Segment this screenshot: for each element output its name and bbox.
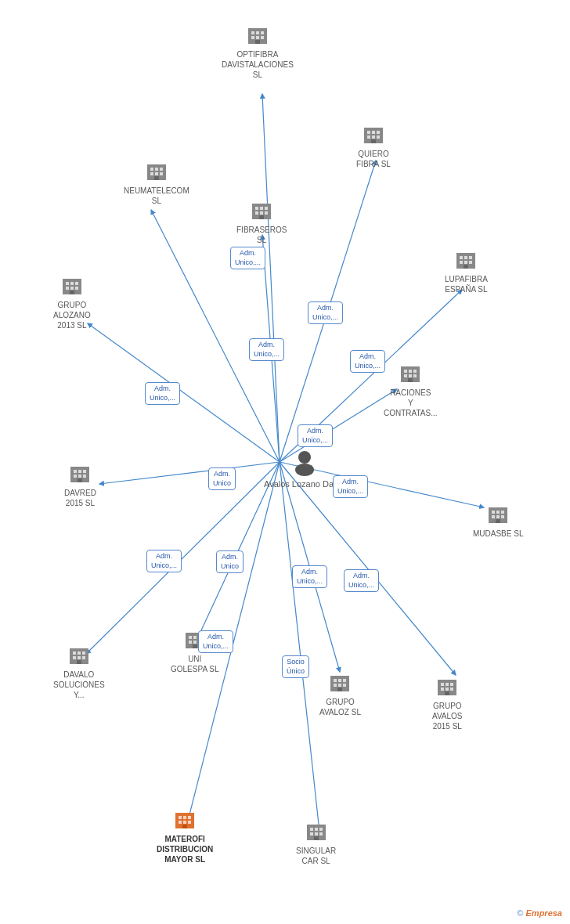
svg-rect-50	[469, 256, 472, 259]
svg-rect-99	[189, 641, 192, 644]
svg-rect-73	[78, 470, 81, 473]
node-grupo-alozano: GRUPO ALOZANO 2013 SL	[53, 273, 91, 330]
svg-rect-41	[260, 207, 263, 210]
svg-rect-106	[343, 679, 346, 682]
node-optifibra: OPTIFIBRA DAVISTALACIONES SL	[222, 22, 294, 80]
svg-rect-26	[377, 131, 380, 134]
svg-rect-35	[150, 172, 153, 175]
svg-rect-18	[261, 31, 264, 34]
svg-rect-132	[315, 832, 318, 836]
svg-rect-42	[265, 207, 268, 210]
svg-rect-85	[501, 515, 504, 518]
svg-rect-33	[155, 168, 158, 171]
svg-rect-122	[188, 816, 191, 819]
svg-rect-29	[377, 135, 380, 139]
svg-rect-61	[75, 287, 78, 290]
svg-line-1	[280, 161, 376, 462]
center-label: Avalos Lozano David	[264, 478, 345, 489]
svg-rect-76	[78, 475, 81, 478]
label-uni-golespa: UNI GOLESPA SL	[171, 654, 219, 674]
label-raciones: RACIONES Y CONTRATAS...	[384, 388, 438, 418]
svg-rect-43	[255, 211, 258, 215]
node-grupo-avaloz: GRUPO AVALOZ SL	[319, 670, 361, 717]
svg-rect-44	[260, 211, 263, 215]
svg-rect-115	[441, 688, 444, 691]
svg-rect-105	[338, 679, 341, 682]
svg-rect-37	[160, 172, 163, 175]
svg-line-0	[262, 94, 280, 462]
node-mudasbe: MUDASBE SL	[473, 501, 523, 539]
label-lupafibra: LUPAFIBRA ESPAÑA SL	[445, 274, 488, 294]
role-badge-11: Adm.Unico,...	[292, 565, 327, 588]
label-quiero-fibra: QUIERO FIBRA SL	[356, 149, 391, 169]
svg-rect-92	[78, 656, 81, 659]
node-fibraseros: FIBRASEROS SL	[236, 197, 287, 245]
svg-rect-134	[314, 836, 319, 840]
node-uni-golespa: UNI GOLESPA SL	[171, 626, 219, 674]
svg-rect-84	[496, 515, 500, 518]
svg-rect-46	[259, 215, 264, 219]
svg-rect-38	[154, 176, 159, 180]
svg-rect-129	[315, 828, 318, 831]
svg-rect-20	[256, 36, 259, 39]
node-quiero-fibra: QUIERO FIBRA SL	[356, 121, 391, 169]
svg-rect-123	[179, 821, 182, 824]
svg-rect-116	[446, 688, 449, 691]
svg-rect-81	[496, 511, 500, 514]
label-davalo: DAVALO SOLUCIONES Y...	[53, 670, 105, 700]
svg-rect-27	[367, 135, 370, 139]
svg-rect-65	[409, 370, 412, 373]
svg-rect-133	[319, 832, 323, 836]
svg-rect-49	[464, 256, 467, 259]
node-davalo: DAVALO SOLUCIONES Y...	[53, 642, 105, 700]
svg-rect-64	[404, 370, 407, 373]
svg-rect-89	[78, 651, 81, 655]
role-badge-1: Adm.Unico,...	[230, 247, 265, 269]
svg-rect-104	[334, 679, 337, 682]
center-person: Avalos Lozano David	[264, 448, 345, 489]
svg-rect-130	[319, 828, 323, 831]
svg-rect-25	[372, 131, 375, 134]
svg-rect-17	[256, 31, 259, 34]
svg-rect-57	[70, 282, 74, 285]
svg-rect-80	[492, 511, 495, 514]
svg-rect-78	[78, 478, 82, 482]
node-grupo-avalos: GRUPO AVALOS 2015 SL	[432, 673, 463, 731]
node-lupafibra: LUPAFIBRA ESPAÑA SL	[445, 247, 488, 294]
svg-rect-109	[343, 684, 346, 687]
svg-rect-68	[409, 374, 412, 377]
svg-rect-74	[83, 470, 86, 473]
label-neumatelecom: NEUMATELECOM SL	[124, 186, 189, 206]
svg-rect-94	[77, 660, 81, 664]
svg-rect-70	[408, 378, 413, 382]
svg-rect-66	[413, 370, 417, 373]
svg-rect-75	[74, 475, 77, 478]
svg-rect-52	[464, 261, 467, 264]
role-badge-10: Adm.Unico	[216, 550, 244, 573]
role-badge-9: Adm.Unico,...	[146, 550, 182, 572]
svg-rect-88	[73, 651, 76, 655]
svg-line-7	[99, 462, 280, 484]
svg-rect-34	[160, 168, 163, 171]
label-grupo-avaloz: GRUPO AVALOZ SL	[319, 697, 361, 717]
label-singular-car: SINGULAR CAR SL	[296, 846, 336, 866]
label-grupo-avalos: GRUPO AVALOS 2015 SL	[432, 701, 463, 731]
role-badge-12: Adm.Unico,...	[344, 569, 379, 592]
svg-rect-59	[66, 287, 69, 290]
role-badge-3: Adm.Unico,...	[249, 338, 284, 361]
node-materofi: MATEROFI DISTRIBUCION MAYOR SL	[157, 807, 213, 864]
svg-rect-107	[334, 684, 337, 687]
svg-rect-128	[310, 828, 313, 831]
watermark: © Empresa	[517, 908, 562, 918]
svg-rect-117	[450, 688, 453, 691]
svg-rect-108	[338, 684, 341, 687]
role-badge-4: Adm.Unico,...	[350, 350, 385, 373]
label-davred: DAVRED 2015 SL	[64, 488, 96, 508]
svg-rect-60	[70, 287, 74, 290]
svg-rect-28	[372, 135, 375, 139]
role-badge-2: Adm.Unico,...	[308, 301, 343, 324]
label-grupo-alozano: GRUPO ALOZANO 2013 SL	[53, 300, 91, 330]
svg-rect-110	[337, 688, 342, 691]
svg-rect-83	[492, 515, 495, 518]
node-neumatelecom: NEUMATELECOM SL	[124, 158, 189, 206]
